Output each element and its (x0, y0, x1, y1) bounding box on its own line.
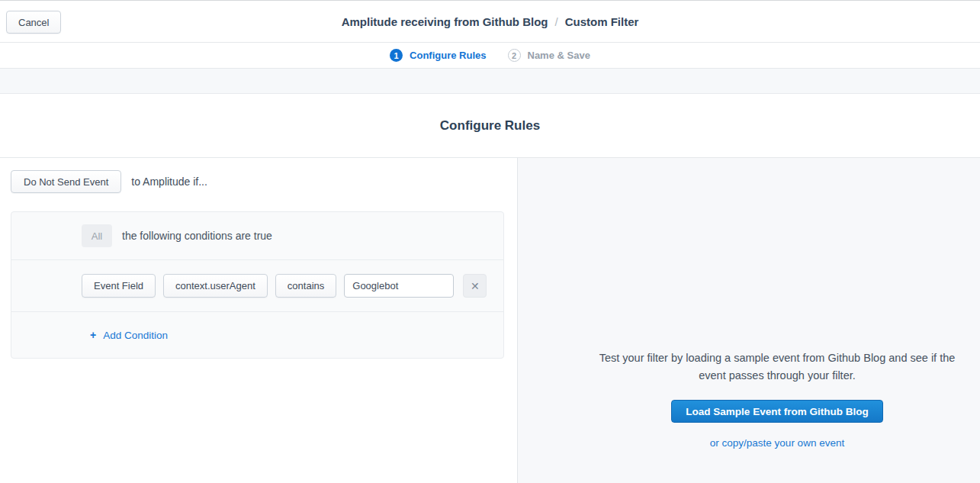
condition-operator-button[interactable]: contains (275, 274, 336, 298)
step-1-circle: 1 (390, 49, 403, 62)
page-title: Configure Rules (440, 118, 540, 134)
step-name-and-save[interactable]: 2 Name & Save (508, 49, 590, 62)
title-section: Configure Rules (0, 94, 980, 158)
main-content: Do Not Send Event to Amplitude if... All… (0, 158, 980, 483)
tester-block: Test your filter by loading a sample eve… (586, 349, 968, 449)
breadcrumb-parent[interactable]: Amplitude receiving from Github Blog (342, 15, 548, 28)
condition-row: Event Field context.userAgent contains ✕ (11, 260, 503, 312)
rule-builder-panel: Do Not Send Event to Amplitude if... All… (0, 158, 517, 483)
plus-icon: + (90, 329, 96, 341)
add-condition-link[interactable]: + Add Condition (90, 329, 168, 341)
paste-own-event-link[interactable]: or copy/paste your own event (586, 437, 968, 449)
add-condition-row: + Add Condition (11, 312, 503, 358)
breadcrumb: Amplitude receiving from Github Blog / C… (342, 15, 639, 28)
load-sample-event-button[interactable]: Load Sample Event from Github Blog (671, 400, 882, 423)
breadcrumb-current: Custom Filter (565, 15, 639, 28)
cancel-button[interactable]: Cancel (6, 11, 61, 34)
close-icon: ✕ (471, 280, 480, 292)
toolbar-band (0, 69, 980, 94)
filter-action-suffix: to Amplitude if... (131, 175, 207, 188)
top-bar: Cancel Amplitude receiving from Github B… (0, 0, 980, 43)
add-condition-label: Add Condition (103, 330, 168, 341)
filter-action-button[interactable]: Do Not Send Event (11, 170, 121, 193)
tester-description: Test your filter by loading a sample eve… (586, 349, 968, 384)
step-1-label: Configure Rules (410, 50, 486, 61)
step-2-label: Name & Save (528, 50, 590, 61)
condition-field-button[interactable]: context.userAgent (163, 274, 268, 298)
step-configure-rules[interactable]: 1 Configure Rules (390, 49, 486, 62)
condition-value-input[interactable] (344, 274, 454, 298)
filter-tester-panel: Test your filter by loading a sample eve… (517, 158, 980, 483)
step-2-circle: 2 (508, 49, 521, 62)
match-type-row: All the following conditions are true (11, 212, 503, 260)
breadcrumb-separator: / (554, 15, 557, 28)
remove-condition-button[interactable]: ✕ (463, 274, 487, 298)
match-type-badge[interactable]: All (82, 224, 112, 247)
step-bar: 1 Configure Rules 2 Name & Save (0, 43, 980, 69)
condition-group: All the following conditions are true Ev… (11, 211, 504, 359)
match-type-suffix: the following conditions are true (122, 230, 272, 242)
filter-action-row: Do Not Send Event to Amplitude if... (11, 170, 207, 193)
condition-type-button[interactable]: Event Field (82, 274, 156, 298)
